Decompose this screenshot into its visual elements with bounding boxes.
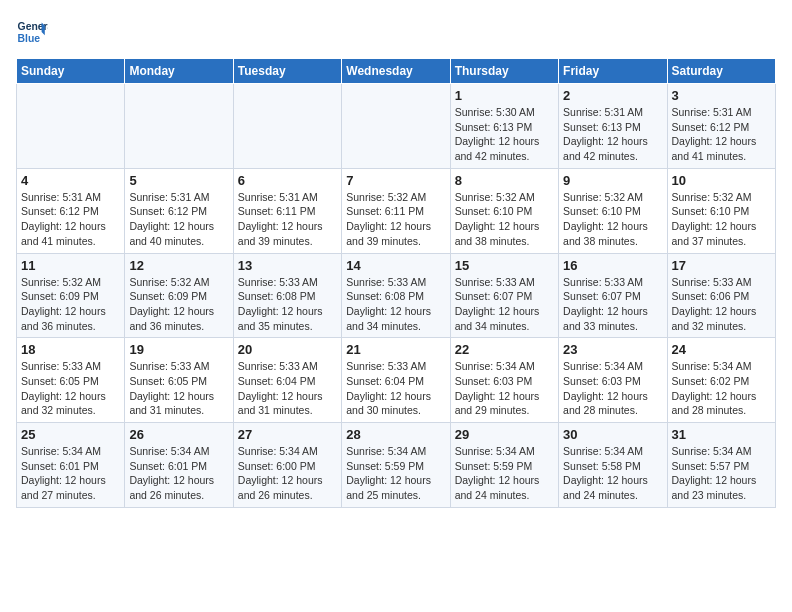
calendar-cell: 31Sunrise: 5:34 AM Sunset: 5:57 PM Dayli…	[667, 423, 775, 508]
day-number: 18	[21, 342, 120, 357]
day-info: Sunrise: 5:33 AM Sunset: 6:05 PM Dayligh…	[21, 359, 120, 418]
day-info: Sunrise: 5:33 AM Sunset: 6:06 PM Dayligh…	[672, 275, 771, 334]
day-header-friday: Friday	[559, 59, 667, 84]
day-number: 14	[346, 258, 445, 273]
week-row-4: 18Sunrise: 5:33 AM Sunset: 6:05 PM Dayli…	[17, 338, 776, 423]
day-info: Sunrise: 5:32 AM Sunset: 6:10 PM Dayligh…	[672, 190, 771, 249]
week-row-1: 1Sunrise: 5:30 AM Sunset: 6:13 PM Daylig…	[17, 84, 776, 169]
day-info: Sunrise: 5:30 AM Sunset: 6:13 PM Dayligh…	[455, 105, 554, 164]
svg-text:Blue: Blue	[18, 33, 41, 44]
day-info: Sunrise: 5:32 AM Sunset: 6:10 PM Dayligh…	[455, 190, 554, 249]
calendar-cell: 27Sunrise: 5:34 AM Sunset: 6:00 PM Dayli…	[233, 423, 341, 508]
day-header-monday: Monday	[125, 59, 233, 84]
week-row-5: 25Sunrise: 5:34 AM Sunset: 6:01 PM Dayli…	[17, 423, 776, 508]
day-header-row: SundayMondayTuesdayWednesdayThursdayFrid…	[17, 59, 776, 84]
day-number: 12	[129, 258, 228, 273]
day-number: 6	[238, 173, 337, 188]
day-number: 22	[455, 342, 554, 357]
day-number: 7	[346, 173, 445, 188]
calendar-cell: 6Sunrise: 5:31 AM Sunset: 6:11 PM Daylig…	[233, 168, 341, 253]
day-number: 31	[672, 427, 771, 442]
calendar-cell: 28Sunrise: 5:34 AM Sunset: 5:59 PM Dayli…	[342, 423, 450, 508]
day-number: 5	[129, 173, 228, 188]
calendar-cell: 24Sunrise: 5:34 AM Sunset: 6:02 PM Dayli…	[667, 338, 775, 423]
day-number: 26	[129, 427, 228, 442]
calendar-cell: 11Sunrise: 5:32 AM Sunset: 6:09 PM Dayli…	[17, 253, 125, 338]
calendar-cell: 19Sunrise: 5:33 AM Sunset: 6:05 PM Dayli…	[125, 338, 233, 423]
day-info: Sunrise: 5:32 AM Sunset: 6:11 PM Dayligh…	[346, 190, 445, 249]
day-number: 1	[455, 88, 554, 103]
day-info: Sunrise: 5:34 AM Sunset: 5:57 PM Dayligh…	[672, 444, 771, 503]
day-number: 28	[346, 427, 445, 442]
day-number: 4	[21, 173, 120, 188]
day-number: 11	[21, 258, 120, 273]
day-number: 10	[672, 173, 771, 188]
day-info: Sunrise: 5:34 AM Sunset: 5:59 PM Dayligh…	[455, 444, 554, 503]
calendar-cell	[342, 84, 450, 169]
day-info: Sunrise: 5:34 AM Sunset: 6:01 PM Dayligh…	[21, 444, 120, 503]
calendar-cell: 7Sunrise: 5:32 AM Sunset: 6:11 PM Daylig…	[342, 168, 450, 253]
calendar-cell: 9Sunrise: 5:32 AM Sunset: 6:10 PM Daylig…	[559, 168, 667, 253]
logo: General Blue	[16, 16, 56, 48]
day-info: Sunrise: 5:33 AM Sunset: 6:08 PM Dayligh…	[238, 275, 337, 334]
day-number: 19	[129, 342, 228, 357]
day-number: 16	[563, 258, 662, 273]
day-info: Sunrise: 5:31 AM Sunset: 6:13 PM Dayligh…	[563, 105, 662, 164]
calendar-cell: 15Sunrise: 5:33 AM Sunset: 6:07 PM Dayli…	[450, 253, 558, 338]
day-info: Sunrise: 5:34 AM Sunset: 6:02 PM Dayligh…	[672, 359, 771, 418]
day-info: Sunrise: 5:33 AM Sunset: 6:08 PM Dayligh…	[346, 275, 445, 334]
day-number: 17	[672, 258, 771, 273]
calendar-cell	[17, 84, 125, 169]
calendar-table: SundayMondayTuesdayWednesdayThursdayFrid…	[16, 58, 776, 508]
page-header: General Blue	[16, 16, 776, 48]
day-number: 23	[563, 342, 662, 357]
calendar-cell: 10Sunrise: 5:32 AM Sunset: 6:10 PM Dayli…	[667, 168, 775, 253]
day-header-thursday: Thursday	[450, 59, 558, 84]
calendar-cell: 8Sunrise: 5:32 AM Sunset: 6:10 PM Daylig…	[450, 168, 558, 253]
day-info: Sunrise: 5:33 AM Sunset: 6:07 PM Dayligh…	[563, 275, 662, 334]
calendar-cell: 20Sunrise: 5:33 AM Sunset: 6:04 PM Dayli…	[233, 338, 341, 423]
calendar-cell: 2Sunrise: 5:31 AM Sunset: 6:13 PM Daylig…	[559, 84, 667, 169]
calendar-cell: 30Sunrise: 5:34 AM Sunset: 5:58 PM Dayli…	[559, 423, 667, 508]
logo-icon: General Blue	[16, 16, 48, 48]
calendar-cell: 4Sunrise: 5:31 AM Sunset: 6:12 PM Daylig…	[17, 168, 125, 253]
day-info: Sunrise: 5:33 AM Sunset: 6:07 PM Dayligh…	[455, 275, 554, 334]
week-row-2: 4Sunrise: 5:31 AM Sunset: 6:12 PM Daylig…	[17, 168, 776, 253]
day-number: 25	[21, 427, 120, 442]
day-info: Sunrise: 5:34 AM Sunset: 6:03 PM Dayligh…	[455, 359, 554, 418]
day-info: Sunrise: 5:32 AM Sunset: 6:09 PM Dayligh…	[129, 275, 228, 334]
calendar-cell	[125, 84, 233, 169]
day-number: 13	[238, 258, 337, 273]
day-header-wednesday: Wednesday	[342, 59, 450, 84]
calendar-cell: 29Sunrise: 5:34 AM Sunset: 5:59 PM Dayli…	[450, 423, 558, 508]
calendar-cell: 21Sunrise: 5:33 AM Sunset: 6:04 PM Dayli…	[342, 338, 450, 423]
day-info: Sunrise: 5:33 AM Sunset: 6:04 PM Dayligh…	[238, 359, 337, 418]
calendar-cell: 17Sunrise: 5:33 AM Sunset: 6:06 PM Dayli…	[667, 253, 775, 338]
calendar-cell: 16Sunrise: 5:33 AM Sunset: 6:07 PM Dayli…	[559, 253, 667, 338]
day-info: Sunrise: 5:34 AM Sunset: 6:03 PM Dayligh…	[563, 359, 662, 418]
day-info: Sunrise: 5:32 AM Sunset: 6:10 PM Dayligh…	[563, 190, 662, 249]
day-info: Sunrise: 5:31 AM Sunset: 6:12 PM Dayligh…	[21, 190, 120, 249]
day-header-saturday: Saturday	[667, 59, 775, 84]
calendar-cell: 13Sunrise: 5:33 AM Sunset: 6:08 PM Dayli…	[233, 253, 341, 338]
day-number: 2	[563, 88, 662, 103]
day-info: Sunrise: 5:33 AM Sunset: 6:04 PM Dayligh…	[346, 359, 445, 418]
calendar-cell: 3Sunrise: 5:31 AM Sunset: 6:12 PM Daylig…	[667, 84, 775, 169]
day-number: 29	[455, 427, 554, 442]
day-number: 27	[238, 427, 337, 442]
week-row-3: 11Sunrise: 5:32 AM Sunset: 6:09 PM Dayli…	[17, 253, 776, 338]
day-info: Sunrise: 5:31 AM Sunset: 6:12 PM Dayligh…	[129, 190, 228, 249]
day-info: Sunrise: 5:31 AM Sunset: 6:12 PM Dayligh…	[672, 105, 771, 164]
day-number: 8	[455, 173, 554, 188]
calendar-cell	[233, 84, 341, 169]
day-number: 9	[563, 173, 662, 188]
day-info: Sunrise: 5:34 AM Sunset: 6:00 PM Dayligh…	[238, 444, 337, 503]
calendar-cell: 1Sunrise: 5:30 AM Sunset: 6:13 PM Daylig…	[450, 84, 558, 169]
day-info: Sunrise: 5:32 AM Sunset: 6:09 PM Dayligh…	[21, 275, 120, 334]
day-number: 24	[672, 342, 771, 357]
day-number: 15	[455, 258, 554, 273]
day-number: 3	[672, 88, 771, 103]
day-number: 30	[563, 427, 662, 442]
day-header-sunday: Sunday	[17, 59, 125, 84]
calendar-cell: 22Sunrise: 5:34 AM Sunset: 6:03 PM Dayli…	[450, 338, 558, 423]
